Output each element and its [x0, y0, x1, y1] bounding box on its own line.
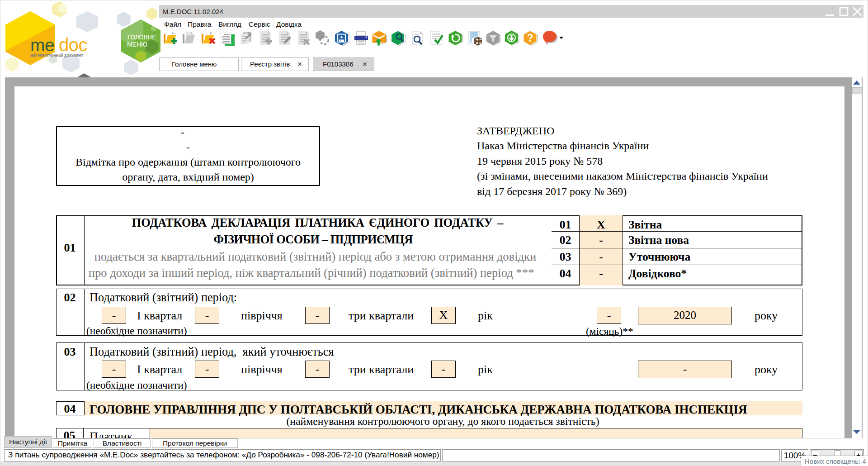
svg-text:doc: doc: [59, 35, 87, 55]
svg-text:me: me: [30, 35, 54, 55]
svg-text:МІЙ ЕЛЕКТРОННИЙ ДОКУМЕНТ: МІЙ ЕЛЕКТРОННИЙ ДОКУМЕНТ: [30, 53, 83, 58]
svg-text:ГОЛОВНЕ: ГОЛОВНЕ: [127, 33, 156, 41]
svg-text:МЕНЮ: МЕНЮ: [127, 40, 147, 48]
svg-text:?: ?: [527, 32, 533, 44]
